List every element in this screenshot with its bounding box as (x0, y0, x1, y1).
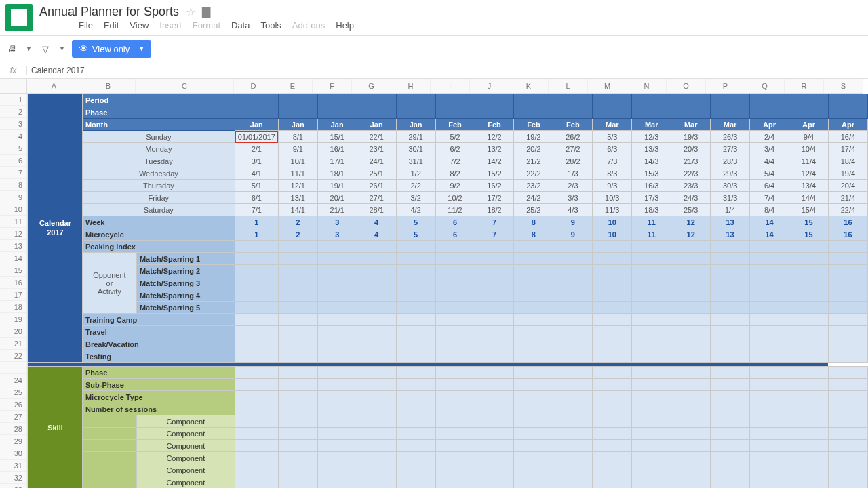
col-header-E[interactable]: E (273, 79, 313, 93)
row-headers: 1234567891011121314151617181920212224252… (0, 94, 28, 488)
row-header-22[interactable]: 22 (0, 350, 27, 362)
row-header-26[interactable]: 26 (0, 399, 27, 411)
row-header-17[interactable]: 17 (0, 289, 27, 301)
row-header-11[interactable]: 11 (0, 216, 27, 228)
row-header-29[interactable]: 29 (0, 435, 27, 447)
folder-icon[interactable]: ▇ (202, 5, 210, 18)
col-header-P[interactable]: P (706, 79, 745, 93)
row-header-31[interactable]: 31 (0, 460, 27, 472)
menu-help[interactable]: Help (336, 20, 354, 30)
row-header-15[interactable]: 15 (0, 264, 27, 277)
menu-edit[interactable]: Edit (104, 20, 119, 30)
col-header-S[interactable]: S (824, 79, 863, 93)
row-header-3[interactable]: 3 (0, 118, 27, 130)
col-header-D[interactable]: D (234, 79, 273, 93)
column-headers: ABCDEFGHIJKLMNOPQRS (27, 79, 863, 94)
row-header-10[interactable]: 10 (0, 203, 27, 216)
col-header-B[interactable]: B (81, 79, 136, 93)
row-header-27[interactable]: 27 (0, 411, 27, 423)
col-header-C[interactable]: C (136, 79, 234, 93)
col-header-O[interactable]: O (667, 79, 706, 93)
menu-insert: Insert (159, 20, 182, 30)
title-bar: Annual Planner for Sports ☆ ▇ File Edit … (0, 0, 868, 31)
col-header-G[interactable]: G (352, 79, 391, 93)
row-header-20[interactable]: 20 (0, 325, 27, 338)
row-header-13[interactable]: 13 (0, 240, 27, 252)
toolbar: 🖶▼ ▽▼ 👁 View only ▼ (0, 35, 868, 62)
col-header-A[interactable]: A (27, 79, 81, 93)
menu-file[interactable]: File (79, 20, 93, 30)
row-header-28[interactable]: 28 (0, 423, 27, 435)
row-header-14[interactable]: 14 (0, 252, 27, 264)
menu-tools[interactable]: Tools (260, 20, 281, 30)
row-header-25[interactable]: 25 (0, 386, 27, 399)
row-header-16[interactable]: 16 (0, 277, 27, 289)
menu-data[interactable]: Data (231, 20, 250, 30)
row-header-2[interactable]: 2 (0, 106, 27, 118)
col-header-I[interactable]: I (431, 79, 470, 93)
col-header-N[interactable]: N (627, 79, 667, 93)
col-header-L[interactable]: L (549, 79, 588, 93)
spreadsheet-grid[interactable]: Calendar2017PeriodPhaseMonthJanJanJanJan… (28, 94, 868, 488)
row-header-33[interactable]: 33 (0, 484, 27, 488)
row-header-7[interactable]: 7 (0, 167, 27, 179)
row-header-[interactable] (0, 362, 27, 374)
star-icon[interactable]: ☆ (186, 5, 195, 18)
menu-addons: Add-ons (292, 20, 325, 30)
row-header-12[interactable]: 12 (0, 228, 27, 240)
print-icon[interactable]: 🖶 (5, 44, 19, 54)
row-header-24[interactable]: 24 (0, 374, 27, 386)
row-header-30[interactable]: 30 (0, 447, 27, 460)
menu-bar: File Edit View Insert Format Data Tools … (39, 20, 354, 30)
col-header-K[interactable]: K (509, 79, 549, 93)
row-header-32[interactable]: 32 (0, 472, 27, 484)
col-header-R[interactable]: R (785, 79, 824, 93)
col-header-J[interactable]: J (470, 79, 509, 93)
row-header-21[interactable]: 21 (0, 338, 27, 350)
row-header-5[interactable]: 5 (0, 142, 27, 155)
row-header-8[interactable]: 8 (0, 179, 27, 191)
row-header-19[interactable]: 19 (0, 313, 27, 325)
fx-input[interactable]: Calendar 2017 (27, 66, 868, 75)
filter-icon[interactable]: ▽ (39, 44, 52, 54)
select-all-corner[interactable] (0, 79, 27, 94)
document-title[interactable]: Annual Planner for Sports (39, 5, 179, 19)
menu-view[interactable]: View (130, 20, 149, 30)
col-header-F[interactable]: F (313, 79, 352, 93)
eye-icon: 👁 (79, 43, 88, 54)
fx-label: fx (0, 66, 27, 75)
col-header-Q[interactable]: Q (745, 79, 785, 93)
col-header-H[interactable]: H (391, 79, 431, 93)
view-only-button[interactable]: 👁 View only ▼ (72, 40, 151, 58)
formula-bar: fx Calendar 2017 (0, 62, 868, 79)
row-header-9[interactable]: 9 (0, 191, 27, 203)
col-header-M[interactable]: M (588, 79, 627, 93)
row-header-6[interactable]: 6 (0, 155, 27, 167)
row-header-1[interactable]: 1 (0, 94, 27, 106)
menu-format: Format (193, 20, 220, 30)
row-header-4[interactable]: 4 (0, 130, 27, 142)
row-header-18[interactable]: 18 (0, 301, 27, 313)
sheets-logo[interactable] (5, 4, 33, 31)
view-only-label: View only (92, 44, 130, 54)
